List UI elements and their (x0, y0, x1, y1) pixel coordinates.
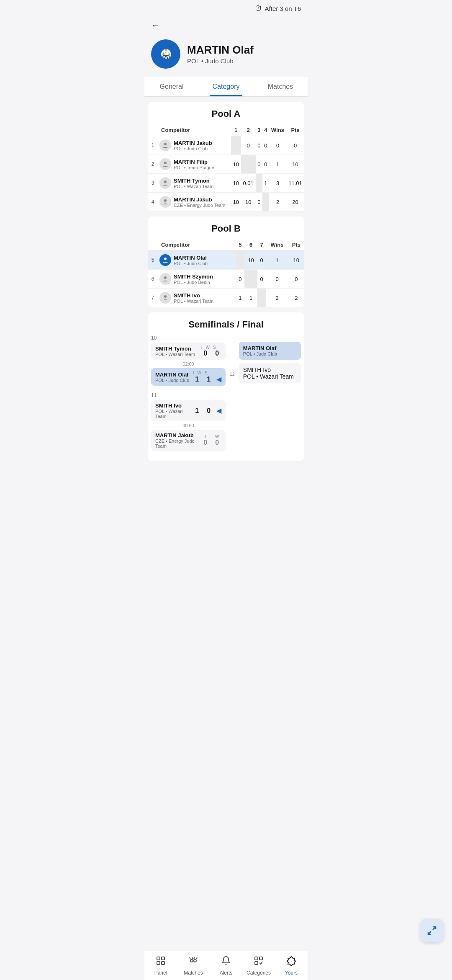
timer-icon: ⏱ (255, 4, 262, 13)
pool-b-title: Pool B (148, 217, 304, 239)
avatar: 🥋 (151, 39, 180, 69)
th-6: 6 (244, 239, 257, 251)
competitor-info: MARTIN Olaf POL • Judo Club (174, 255, 208, 266)
th-3: 3 (256, 124, 262, 136)
bracket-competitor: SMITH Ivo POL • Wazari Team 1 0 ◀ (151, 400, 226, 421)
athlete-details: POL • Judo Club (187, 57, 254, 64)
athlete-name: MARTIN Olaf (187, 44, 254, 57)
svg-point-2 (164, 143, 167, 145)
th-pts: Pts (288, 239, 304, 251)
competitor-info: SMITH Szymon POL • Judo Berlin (174, 273, 213, 285)
th-competitor: Competitor (158, 239, 236, 251)
semifinals-title: Semifinals / Final (148, 312, 304, 335)
table-row: 1 MARTIN Jakub POL • Judo Club (148, 136, 304, 155)
tab-matches[interactable]: Matches (253, 77, 308, 96)
content: Pool A Competitor 1 2 3 4 Wins Pts 1 (144, 102, 308, 500)
timer-text: After 3 on T6 (265, 5, 301, 12)
semifinals-section: Semifinals / Final 10 SMITH Tymon POL • … (148, 312, 304, 461)
score-arrow: ◀ (216, 375, 221, 383)
svg-text:🥋: 🥋 (160, 48, 172, 59)
competitor-info: MARTIN Filip POL • Team Prague (174, 159, 214, 170)
table-row: 7 SMITH Ivo POL • Wazari Team 1 (148, 289, 304, 307)
match-time: 00:50 (151, 422, 226, 429)
pool-a-table: Competitor 1 2 3 4 Wins Pts 1 (148, 124, 304, 211)
pool-a-section: Pool A Competitor 1 2 3 4 Wins Pts 1 (148, 102, 304, 211)
table-row: 6 SMITH Szymon POL • Judo Berlin (148, 270, 304, 289)
svg-point-4 (164, 181, 167, 183)
svg-point-5 (164, 199, 167, 202)
table-row: 4 MARTIN Jakub CZE • Energy Judo Team (148, 193, 304, 211)
bracket-connector: 12 (227, 335, 237, 390)
match-10: 10 SMITH Tymon POL • Wazari Team IWS (151, 335, 226, 386)
athlete-icon (159, 177, 171, 189)
result-loser: SMITH Ivo POL • Wazari Team (239, 363, 301, 383)
athlete-icon (159, 139, 171, 151)
athlete-section: 🥋 MARTIN Olaf POL • Judo Club (144, 36, 308, 77)
match-time: 02:00 (151, 361, 226, 367)
th-wins: Wins (266, 239, 288, 251)
th-4: 4 (262, 124, 269, 136)
semi-layout: 10 SMITH Tymon POL • Wazari Team IWS (148, 335, 304, 454)
athlete-icon (159, 292, 171, 304)
competitor-info: MARTIN Jakub CZE • Energy Judo Team (174, 196, 225, 208)
athlete-icon (159, 158, 171, 170)
table-row: 2 MARTIN Filip POL • Team Prague (148, 155, 304, 174)
th-pts: Pts (286, 124, 304, 136)
competitor-info: MARTIN Jakub POL • Judo Club (174, 140, 212, 151)
svg-point-6 (164, 258, 167, 260)
timer-info: ⏱ After 3 on T6 (255, 4, 301, 13)
semi-matches: 10 SMITH Tymon POL • Wazari Team IWS (151, 335, 226, 454)
header: ← (144, 17, 308, 36)
th-5: 5 (236, 239, 245, 251)
th-1: 1 (231, 124, 241, 136)
svg-point-7 (164, 276, 167, 279)
th-wins: Wins (269, 124, 286, 136)
tab-category[interactable]: Category (199, 77, 253, 96)
svg-point-8 (164, 295, 167, 298)
match-12-num: 12 (230, 371, 235, 377)
pool-b-section: Pool B Competitor 5 6 7 Wins Pts 5 (148, 217, 304, 307)
athlete-icon (159, 273, 171, 285)
svg-point-3 (164, 162, 167, 164)
bracket-competitor: MARTIN Jakub CZE • Energy Judo Team I 0 (151, 430, 226, 451)
th-7: 7 (257, 239, 266, 251)
table-row: 5 MARTIN Olaf POL • Judo Club (148, 251, 304, 270)
table-row: 3 SMITH Tymon POL • Wazari Team 1 (148, 174, 304, 193)
pool-b-table: Competitor 5 6 7 Wins Pts 5 (148, 239, 304, 307)
th-2: 2 (241, 124, 256, 136)
tab-general[interactable]: General (144, 77, 199, 96)
result-winner: MARTIN Olaf POL • Judo Club (239, 342, 301, 360)
athlete-icon-highlighted (159, 254, 171, 266)
bracket-competitor: SMITH Tymon POL • Wazari Team IWS 0 0 (151, 343, 226, 360)
th-num (148, 239, 158, 251)
score-arrow: ◀ (216, 407, 221, 415)
bracket-competitor-highlighted: MARTIN Olaf POL • Judo Club IWS 1 1 (151, 368, 226, 386)
th-competitor: Competitor (158, 124, 231, 136)
semi-results: MARTIN Olaf POL • Judo Club SMITH Ivo PO… (239, 335, 301, 383)
th-num (148, 124, 158, 136)
match-11: 11 SMITH Ivo POL • Wazari Team 1 0 ◀ (151, 392, 226, 451)
competitor-info: SMITH Ivo POL • Wazari Team (174, 292, 213, 304)
athlete-info: MARTIN Olaf POL • Judo Club (187, 44, 254, 64)
tab-bar: General Category Matches (144, 77, 308, 97)
competitor-info: SMITH Tymon POL • Wazari Team (174, 178, 213, 189)
status-bar: ⏱ After 3 on T6 (144, 0, 308, 17)
athlete-icon (159, 196, 171, 208)
pool-a-title: Pool A (148, 102, 304, 124)
back-button[interactable]: ← (151, 20, 160, 31)
